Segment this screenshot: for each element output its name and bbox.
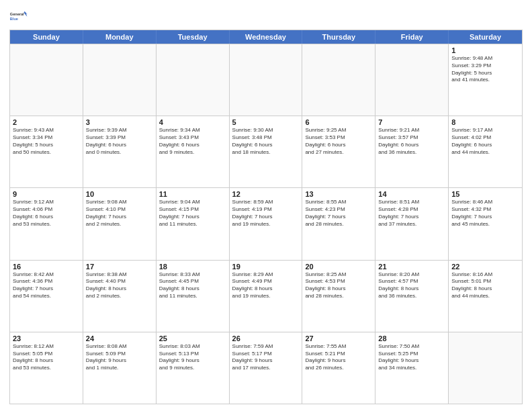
calendar-cell: 21Sunrise: 8:20 AM Sunset: 4:57 PM Dayli… (375, 261, 449, 332)
day-info: Sunrise: 8:46 AM Sunset: 4:32 PM Dayligh… (451, 199, 519, 228)
calendar-cell (302, 44, 375, 116)
day-number: 8 (451, 118, 519, 126)
calendar-cell: 10Sunrise: 9:08 AM Sunset: 4:10 PM Dayli… (83, 188, 157, 259)
day-number: 22 (451, 263, 519, 271)
weekday-header: Saturday (449, 30, 522, 44)
day-info: Sunrise: 9:12 AM Sunset: 4:06 PM Dayligh… (13, 199, 80, 228)
day-info: Sunrise: 9:08 AM Sunset: 4:10 PM Dayligh… (86, 199, 153, 228)
calendar-cell: 18Sunrise: 8:33 AM Sunset: 4:45 PM Dayli… (157, 261, 230, 332)
weekday-header: Sunday (10, 30, 83, 44)
calendar-header: SundayMondayTuesdayWednesdayThursdayFrid… (10, 30, 522, 44)
weekday-header: Monday (83, 30, 157, 44)
day-number: 18 (159, 263, 226, 271)
day-number: 10 (86, 190, 153, 198)
weekday-header: Tuesday (157, 30, 230, 44)
day-number: 4 (159, 118, 226, 126)
calendar-cell: 14Sunrise: 8:51 AM Sunset: 4:28 PM Dayli… (375, 188, 449, 259)
day-number: 11 (159, 190, 226, 198)
day-info: Sunrise: 7:50 AM Sunset: 5:25 PM Dayligh… (378, 343, 445, 372)
day-number: 19 (232, 263, 300, 271)
svg-text:General: General (10, 12, 24, 16)
day-info: Sunrise: 8:03 AM Sunset: 5:13 PM Dayligh… (159, 343, 226, 372)
logo: GeneralBlue (9, 7, 28, 26)
day-number: 24 (86, 334, 153, 342)
day-info: Sunrise: 8:25 AM Sunset: 4:53 PM Dayligh… (305, 271, 372, 300)
calendar-cell: 7Sunrise: 9:21 AM Sunset: 3:57 PM Daylig… (375, 116, 449, 187)
day-number: 27 (305, 334, 372, 342)
day-info: Sunrise: 9:43 AM Sunset: 3:34 PM Dayligh… (13, 127, 80, 156)
calendar-cell: 3Sunrise: 9:39 AM Sunset: 3:39 PM Daylig… (83, 116, 157, 187)
calendar-cell: 17Sunrise: 8:38 AM Sunset: 4:40 PM Dayli… (83, 261, 157, 332)
day-info: Sunrise: 8:08 AM Sunset: 5:09 PM Dayligh… (86, 343, 153, 372)
calendar-row: 1Sunrise: 9:48 AM Sunset: 3:29 PM Daylig… (10, 44, 522, 116)
day-number: 23 (13, 334, 80, 342)
calendar-cell: 6Sunrise: 9:25 AM Sunset: 3:53 PM Daylig… (302, 116, 375, 187)
day-info: Sunrise: 8:16 AM Sunset: 5:01 PM Dayligh… (451, 271, 519, 300)
calendar-row: 9Sunrise: 9:12 AM Sunset: 4:06 PM Daylig… (10, 187, 522, 259)
weekday-header: Friday (375, 30, 449, 44)
day-number: 13 (305, 190, 372, 198)
day-info: Sunrise: 9:30 AM Sunset: 3:48 PM Dayligh… (232, 127, 300, 156)
page: GeneralBlue SundayMondayTuesdayWednesday… (0, 0, 532, 411)
calendar-cell: 27Sunrise: 7:55 AM Sunset: 5:21 PM Dayli… (302, 332, 375, 404)
day-info: Sunrise: 9:48 AM Sunset: 3:29 PM Dayligh… (451, 55, 519, 84)
calendar-cell: 26Sunrise: 7:59 AM Sunset: 5:17 PM Dayli… (230, 332, 303, 404)
calendar: SundayMondayTuesdayWednesdayThursdayFrid… (9, 30, 523, 404)
calendar-cell (83, 44, 157, 116)
calendar-cell (10, 44, 83, 116)
day-number: 26 (232, 334, 300, 342)
day-number: 9 (13, 190, 80, 198)
calendar-cell (375, 44, 449, 116)
calendar-cell: 5Sunrise: 9:30 AM Sunset: 3:48 PM Daylig… (230, 116, 303, 187)
calendar-cell (157, 44, 230, 116)
day-number: 2 (13, 118, 80, 126)
day-number: 17 (86, 263, 153, 271)
day-info: Sunrise: 8:51 AM Sunset: 4:28 PM Dayligh… (378, 199, 445, 228)
weekday-header: Wednesday (230, 30, 303, 44)
calendar-cell: 8Sunrise: 9:17 AM Sunset: 4:02 PM Daylig… (449, 116, 522, 187)
day-number: 14 (378, 190, 445, 198)
logo-icon: GeneralBlue (9, 7, 28, 26)
calendar-body: 1Sunrise: 9:48 AM Sunset: 3:29 PM Daylig… (10, 44, 522, 404)
day-number: 20 (305, 263, 372, 271)
day-info: Sunrise: 8:55 AM Sunset: 4:23 PM Dayligh… (305, 199, 372, 228)
calendar-row: 16Sunrise: 8:42 AM Sunset: 4:36 PM Dayli… (10, 260, 522, 332)
calendar-cell: 24Sunrise: 8:08 AM Sunset: 5:09 PM Dayli… (83, 332, 157, 404)
day-info: Sunrise: 8:33 AM Sunset: 4:45 PM Dayligh… (159, 271, 226, 300)
calendar-cell: 28Sunrise: 7:50 AM Sunset: 5:25 PM Dayli… (375, 332, 449, 404)
day-info: Sunrise: 9:34 AM Sunset: 3:43 PM Dayligh… (159, 127, 226, 156)
day-info: Sunrise: 9:17 AM Sunset: 4:02 PM Dayligh… (451, 127, 519, 156)
day-info: Sunrise: 9:21 AM Sunset: 3:57 PM Dayligh… (378, 127, 445, 156)
day-number: 15 (451, 190, 519, 198)
day-number: 28 (378, 334, 445, 342)
calendar-cell: 9Sunrise: 9:12 AM Sunset: 4:06 PM Daylig… (10, 188, 83, 259)
day-info: Sunrise: 8:42 AM Sunset: 4:36 PM Dayligh… (13, 271, 80, 300)
calendar-cell: 1Sunrise: 9:48 AM Sunset: 3:29 PM Daylig… (449, 44, 522, 116)
calendar-cell: 11Sunrise: 9:04 AM Sunset: 4:15 PM Dayli… (157, 188, 230, 259)
day-info: Sunrise: 8:29 AM Sunset: 4:49 PM Dayligh… (232, 271, 300, 300)
calendar-cell: 25Sunrise: 8:03 AM Sunset: 5:13 PM Dayli… (157, 332, 230, 404)
svg-text:Blue: Blue (10, 17, 18, 21)
day-number: 12 (232, 190, 300, 198)
day-info: Sunrise: 8:38 AM Sunset: 4:40 PM Dayligh… (86, 271, 153, 300)
day-info: Sunrise: 7:59 AM Sunset: 5:17 PM Dayligh… (232, 343, 300, 372)
day-info: Sunrise: 8:12 AM Sunset: 5:05 PM Dayligh… (13, 343, 80, 372)
calendar-cell (449, 332, 522, 404)
day-info: Sunrise: 9:39 AM Sunset: 3:39 PM Dayligh… (86, 127, 153, 156)
calendar-cell (230, 44, 303, 116)
calendar-cell: 16Sunrise: 8:42 AM Sunset: 4:36 PM Dayli… (10, 261, 83, 332)
day-number: 5 (232, 118, 300, 126)
weekday-header: Thursday (302, 30, 375, 44)
day-number: 16 (13, 263, 80, 271)
day-info: Sunrise: 7:55 AM Sunset: 5:21 PM Dayligh… (305, 343, 372, 372)
calendar-cell: 12Sunrise: 8:59 AM Sunset: 4:19 PM Dayli… (230, 188, 303, 259)
day-number: 6 (305, 118, 372, 126)
day-number: 7 (378, 118, 445, 126)
day-number: 21 (378, 263, 445, 271)
day-info: Sunrise: 8:59 AM Sunset: 4:19 PM Dayligh… (232, 199, 300, 228)
calendar-cell: 22Sunrise: 8:16 AM Sunset: 5:01 PM Dayli… (449, 261, 522, 332)
day-number: 1 (451, 46, 519, 54)
day-number: 25 (159, 334, 226, 342)
calendar-cell: 4Sunrise: 9:34 AM Sunset: 3:43 PM Daylig… (157, 116, 230, 187)
day-number: 3 (86, 118, 153, 126)
